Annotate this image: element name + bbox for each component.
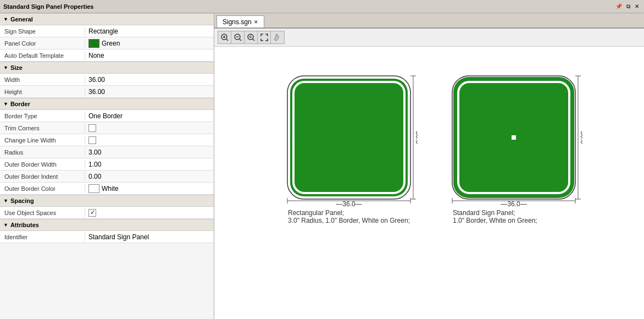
panel-title: Standard Sign Panel Properties <box>3 3 614 10</box>
section-border-label: Border <box>10 101 30 107</box>
trim-corners-checkbox[interactable] <box>88 124 96 132</box>
general-properties: Sign Shape Rectangle Panel Color Green A… <box>0 25 214 62</box>
prop-panel-color: Panel Color Green <box>0 37 214 50</box>
close-button[interactable]: ✕ <box>633 3 641 10</box>
prop-sign-shape: Sign Shape Rectangle <box>0 25 214 37</box>
attributes-properties: Identifier Standard Sign Panel <box>0 231 214 243</box>
toolbar-zoom-group <box>218 31 285 44</box>
prop-use-object-spaces: Use Object Spaces ✓ <box>0 207 214 219</box>
prop-border-type: Border Type One Border <box>0 110 214 122</box>
prop-outer-border-color-label: Outer Border Color <box>0 184 85 193</box>
prop-height: Height 36.00 <box>0 86 214 98</box>
prop-auto-template: Auto Default Template None <box>0 50 214 62</box>
canvas-toolbar <box>214 29 644 47</box>
prop-outer-border-width-value[interactable]: 1.00 <box>85 160 214 169</box>
tab-bar: Signs.sgn ✕ <box>214 13 644 29</box>
panel-header: Standard Sign Panel Properties 📌 ⧉ ✕ <box>0 0 644 13</box>
prop-outer-border-indent-value[interactable]: 0.00 <box>85 172 214 182</box>
zoom-fit-button[interactable] <box>245 31 258 43</box>
canvas-panel: Signs.sgn ✕ <box>214 13 644 319</box>
section-spacing-arrow: ▼ <box>3 198 8 204</box>
use-object-spaces-checkbox[interactable]: ✓ <box>88 209 96 217</box>
prop-width: Width 36.00 <box>0 74 214 86</box>
panel-color-swatch[interactable] <box>88 39 99 48</box>
sign-2-container: —36.0— 36.0 Standard Sign Panel; 1.0" Bo… <box>451 74 582 224</box>
svg-line-3 <box>226 39 228 41</box>
section-size-label: Size <box>10 64 23 71</box>
pan-icon <box>274 34 281 41</box>
svg-text:—36.0—: —36.0— <box>336 200 362 206</box>
prop-identifier-value[interactable]: Standard Sign Panel <box>85 232 214 242</box>
svg-line-6 <box>240 39 241 41</box>
section-border[interactable]: ▼ Border <box>0 98 214 110</box>
prop-use-object-spaces-value[interactable]: ✓ <box>85 208 214 218</box>
sign-2-caption: Standard Sign Panel; 1.0" Border, White … <box>453 209 582 224</box>
outer-border-color-swatch[interactable] <box>88 184 99 193</box>
prop-sign-shape-label: Sign Shape <box>0 27 85 36</box>
prop-auto-template-value[interactable]: None <box>85 51 214 61</box>
section-size[interactable]: ▼ Size <box>0 62 214 74</box>
zoom-in-icon <box>221 34 229 41</box>
prop-sign-shape-value[interactable]: Rectangle <box>85 26 214 36</box>
section-attributes-arrow: ▼ <box>3 222 8 228</box>
prop-panel-color-value[interactable]: Green <box>85 38 214 49</box>
zoom-in-button[interactable] <box>218 31 231 43</box>
prop-width-value[interactable]: 36.00 <box>85 75 214 85</box>
section-general[interactable]: ▼ General <box>0 13 214 25</box>
panel-header-actions: 📌 ⧉ ✕ <box>614 3 641 10</box>
section-attributes-label: Attributes <box>10 222 39 228</box>
svg-text:36.0: 36.0 <box>579 131 582 144</box>
svg-rect-26 <box>512 135 516 140</box>
prop-outer-border-color: Outer Border Color White <box>0 183 214 195</box>
pan-button[interactable] <box>271 31 284 43</box>
section-size-arrow: ▼ <box>3 65 8 70</box>
prop-outer-border-indent-label: Outer Border Indent <box>0 172 85 181</box>
prop-trim-corners-value[interactable] <box>85 123 214 133</box>
prop-trim-corners: Trim Corners <box>0 122 214 134</box>
svg-text:36.0: 36.0 <box>414 131 418 144</box>
zoom-fit-icon <box>247 34 255 41</box>
prop-width-label: Width <box>0 75 85 84</box>
expand-icon <box>260 34 268 41</box>
prop-border-type-value[interactable]: One Border <box>85 111 214 121</box>
svg-text:—36.0—: —36.0— <box>501 200 526 206</box>
section-spacing-label: Spacing <box>10 197 34 204</box>
prop-trim-corners-label: Trim Corners <box>0 124 85 133</box>
prop-change-line-width-value[interactable] <box>85 135 214 145</box>
properties-scroll: ▼ General Sign Shape Rectangle Panel Col… <box>0 13 214 319</box>
prop-radius: Radius 3.00 <box>0 146 214 158</box>
canvas-area[interactable]: —36.0— 36.0 Rectangular Panel; 3.0" Radi… <box>214 47 644 319</box>
prop-height-value[interactable]: 36.00 <box>85 87 214 97</box>
prop-height-label: Height <box>0 87 85 96</box>
prop-border-type-label: Border Type <box>0 112 85 120</box>
border-properties: Border Type One Border Trim Corners Chan… <box>0 110 214 195</box>
sign-1-svg: —36.0— 36.0 <box>286 74 418 206</box>
zoom-out-icon <box>234 34 242 41</box>
prop-outer-border-indent: Outer Border Indent 0.00 <box>0 170 214 183</box>
prop-outer-border-width-label: Outer Border Width <box>0 160 85 169</box>
tab-signs[interactable]: Signs.sgn ✕ <box>216 15 264 28</box>
prop-radius-label: Radius <box>0 148 85 157</box>
svg-line-8 <box>253 39 254 41</box>
expand-button[interactable] <box>258 31 271 43</box>
prop-radius-value[interactable]: 3.00 <box>85 147 214 157</box>
change-line-width-checkbox[interactable] <box>88 136 96 144</box>
section-attributes[interactable]: ▼ Attributes <box>0 219 214 231</box>
prop-outer-border-width: Outer Border Width 1.00 <box>0 158 214 170</box>
float-button[interactable]: ⧉ <box>625 3 632 10</box>
section-border-arrow: ▼ <box>3 101 8 107</box>
section-spacing[interactable]: ▼ Spacing <box>0 195 214 207</box>
prop-use-object-spaces-label: Use Object Spaces <box>0 208 85 217</box>
sign-2-svg: —36.0— 36.0 <box>451 74 582 206</box>
sign-1-container: —36.0— 36.0 Rectangular Panel; 3.0" Radi… <box>286 74 418 224</box>
prop-identifier-label: Identifier <box>0 233 85 241</box>
tab-close-button[interactable]: ✕ <box>254 19 258 25</box>
section-general-arrow: ▼ <box>3 16 8 22</box>
sign-1-caption: Rectangular Panel; 3.0" Radius, 1.0" Bor… <box>288 209 418 224</box>
spacing-properties: Use Object Spaces ✓ <box>0 207 214 219</box>
properties-panel: ▼ General Sign Shape Rectangle Panel Col… <box>0 13 214 319</box>
prop-outer-border-color-value[interactable]: White <box>85 183 214 194</box>
prop-change-line-width: Change Line Width <box>0 134 214 146</box>
pin-button[interactable]: 📌 <box>614 3 624 10</box>
zoom-out-button[interactable] <box>231 31 245 43</box>
